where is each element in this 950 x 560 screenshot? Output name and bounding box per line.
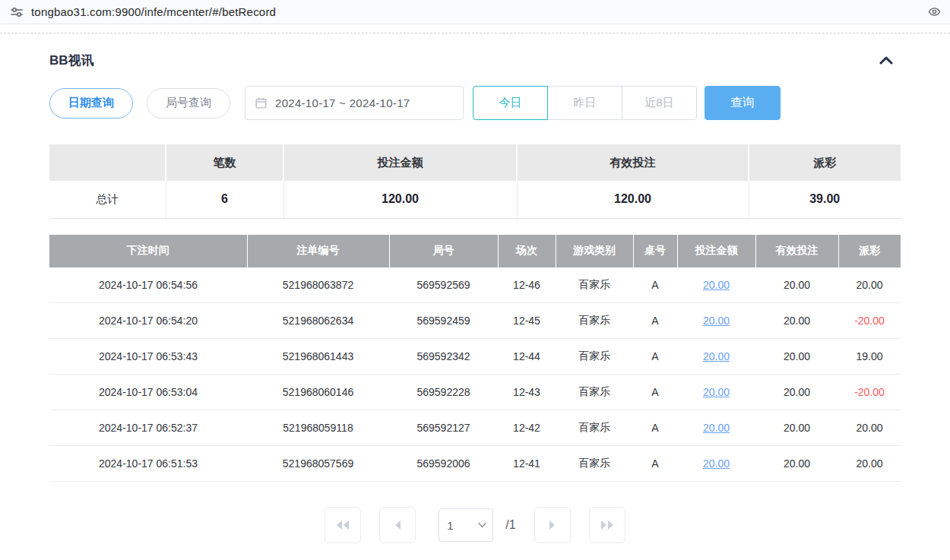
col-header-round: 局号 — [389, 235, 498, 267]
next-page-button[interactable] — [534, 507, 571, 543]
cell-bet-id: 521968057569 — [247, 446, 389, 482]
date-range-value: 2024-10-17 ~ 2024-10-17 — [275, 96, 410, 109]
cell-game-type: 百家乐 — [556, 410, 633, 446]
today-button[interactable]: 今日 — [473, 86, 548, 120]
records-header-row: 下注时间 注单编号 局号 场次 游戏类别 桌号 投注金额 有效投注 派彩 — [49, 235, 901, 267]
table-row: 2024-10-17 06:51:53 521968057569 5695920… — [49, 446, 901, 482]
summary-table: 笔数 投注金额 有效投注 派彩 总计 6 120.00 120.00 39.00 — [49, 144, 901, 219]
first-page-button[interactable] — [325, 507, 361, 543]
cell-table-no: A — [633, 410, 677, 446]
round-query-tab[interactable]: 局号查询 — [147, 88, 230, 119]
summary-payout-value: 39.00 — [749, 181, 901, 218]
cell-valid-bet: 20.00 — [755, 446, 838, 482]
bet-amount-link[interactable]: 20.00 — [703, 386, 730, 398]
cell-round: 569592569 — [389, 267, 498, 303]
url-text[interactable]: tongbao31.com:9900/infe/mcenter/#/betRec… — [31, 5, 276, 18]
col-header-bet-amount: 投注金额 — [677, 235, 755, 267]
cell-game-type: 百家乐 — [556, 267, 633, 303]
col-header-table-no: 桌号 — [633, 235, 677, 267]
date-range-picker[interactable]: 2024-10-17 ~ 2024-10-17 — [245, 86, 464, 120]
summary-total-label: 总计 — [49, 181, 166, 218]
cell-valid-bet: 20.00 — [755, 303, 838, 339]
cell-session: 12-44 — [498, 339, 556, 375]
date-query-tab[interactable]: 日期查询 — [49, 88, 133, 119]
cell-bet-time: 2024-10-17 06:53:04 — [49, 375, 247, 410]
cell-payout: 19.00 — [838, 339, 901, 375]
summary-col-bet-amount: 投注金额 — [283, 144, 517, 181]
cell-round: 569592006 — [389, 446, 498, 482]
cell-valid-bet: 20.00 — [755, 375, 838, 410]
yesterday-button[interactable]: 昨日 — [547, 86, 622, 120]
cell-bet-amount: 20.00 — [677, 303, 755, 339]
cell-bet-id: 521968061443 — [247, 339, 389, 375]
last-8-days-button[interactable]: 近8日 — [622, 86, 697, 120]
cell-table-no: A — [633, 375, 677, 410]
pagination: 1 /1 — [49, 507, 901, 543]
table-row: 2024-10-17 06:53:43 521968061443 5695923… — [49, 339, 901, 375]
quick-range-group: 今日 昨日 近8日 — [473, 86, 697, 120]
panel-header: BB视讯 — [49, 52, 901, 69]
prev-page-button[interactable] — [379, 507, 416, 543]
site-settings-icon[interactable] — [9, 5, 24, 20]
summary-col-count: 笔数 — [166, 144, 283, 181]
cell-bet-amount: 20.00 — [677, 375, 755, 410]
cell-table-no: A — [633, 339, 677, 375]
cell-table-no: A — [633, 267, 677, 303]
table-row: 2024-10-17 06:54:56 521968063872 5695925… — [49, 267, 901, 303]
summary-valid-bet-value: 120.00 — [517, 181, 749, 218]
cell-valid-bet: 20.00 — [755, 339, 838, 375]
cell-table-no: A — [633, 303, 677, 339]
table-row: 2024-10-17 06:53:04 521968060146 5695922… — [49, 375, 901, 410]
cell-payout: 20.00 — [838, 267, 901, 303]
bet-amount-link[interactable]: 20.00 — [703, 350, 730, 362]
col-header-game-type: 游戏类别 — [556, 235, 633, 267]
cell-game-type: 百家乐 — [556, 303, 633, 339]
cell-bet-id: 521968059118 — [247, 410, 389, 446]
page-total: /1 — [505, 518, 515, 532]
cell-bet-time: 2024-10-17 06:54:56 — [49, 267, 247, 303]
reader-mode-icon[interactable] — [927, 5, 941, 19]
cell-bet-id: 521968062634 — [247, 303, 389, 339]
search-button[interactable]: 查询 — [705, 86, 781, 120]
cell-session: 12-46 — [498, 267, 556, 303]
bet-amount-link[interactable]: 20.00 — [703, 279, 730, 291]
cell-bet-time: 2024-10-17 06:51:53 — [49, 446, 247, 482]
cell-bet-id: 521968060146 — [247, 375, 389, 410]
summary-total-row: 总计 6 120.00 120.00 39.00 — [49, 181, 901, 218]
cell-bet-amount: 20.00 — [677, 267, 755, 303]
bet-amount-link[interactable]: 20.00 — [703, 457, 730, 470]
summary-header-row: 笔数 投注金额 有效投注 派彩 — [49, 144, 901, 181]
col-header-valid-bet: 有效投注 — [755, 235, 838, 267]
cell-bet-time: 2024-10-17 06:52:37 — [49, 410, 247, 446]
summary-col-payout: 派彩 — [749, 144, 901, 181]
cell-bet-amount: 20.00 — [677, 446, 755, 482]
cell-bet-amount: 20.00 — [677, 410, 755, 446]
summary-bet-amount-value: 120.00 — [283, 181, 517, 218]
browser-bar-actions — [927, 5, 941, 19]
cell-round: 569592127 — [389, 410, 498, 446]
col-header-bet-id: 注单编号 — [247, 235, 389, 267]
browser-address-bar[interactable]: tongbao31.com:9900/infe/mcenter/#/betRec… — [0, 0, 950, 24]
cell-game-type: 百家乐 — [556, 375, 633, 410]
last-page-button[interactable] — [589, 507, 625, 543]
bet-amount-link[interactable]: 20.00 — [703, 422, 730, 434]
cell-bet-time: 2024-10-17 06:54:20 — [49, 303, 247, 339]
col-header-payout: 派彩 — [838, 235, 901, 267]
calendar-icon — [255, 96, 268, 109]
cell-bet-time: 2024-10-17 06:53:43 — [49, 339, 247, 375]
cell-bet-amount: 20.00 — [677, 339, 755, 375]
col-header-session: 场次 — [498, 235, 556, 267]
page-select[interactable]: 1 — [439, 509, 492, 541]
collapse-chevron-icon[interactable] — [876, 53, 896, 68]
cell-table-no: A — [633, 446, 677, 482]
cell-valid-bet: 20.00 — [755, 267, 838, 303]
cell-payout: -20.00 — [838, 303, 901, 339]
cell-round: 569592342 — [389, 339, 498, 375]
bet-amount-link[interactable]: 20.00 — [703, 315, 730, 327]
col-header-bet-time: 下注时间 — [49, 235, 247, 267]
cell-payout: 20.00 — [838, 446, 901, 482]
cell-payout: 20.00 — [838, 410, 901, 446]
summary-col-blank — [49, 144, 166, 181]
page-select-wrap: 1 — [439, 508, 493, 542]
cell-session: 12-45 — [498, 303, 556, 339]
